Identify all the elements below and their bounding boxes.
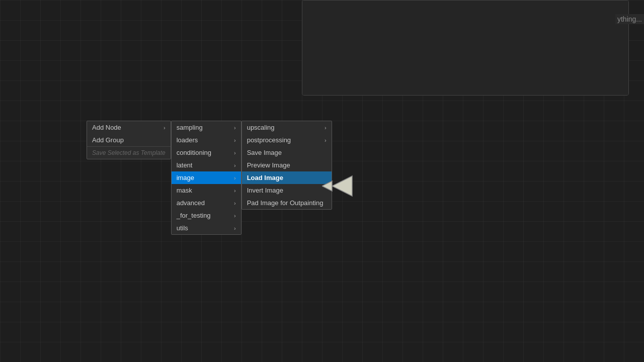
arrow-icon: › — [234, 225, 236, 231]
node-panel-inner — [302, 1, 628, 95]
menu-level3: upscaling › postprocessing › Save Image … — [242, 121, 332, 210]
menu-item-for-testing[interactable]: _for_testing › — [172, 209, 241, 222]
arrow-icon: › — [325, 137, 327, 143]
arrow-icon: › — [234, 125, 236, 131]
menu-item-invert-image[interactable]: Invert Image — [242, 184, 332, 197]
menu-item-image[interactable]: image › — [172, 171, 241, 184]
menu-item-upscaling[interactable]: upscaling › — [242, 121, 332, 134]
pointer-arrow — [322, 171, 352, 196]
menu-item-load-image[interactable]: Load Image — [242, 171, 332, 184]
menu-item-save-image[interactable]: Save Image — [242, 146, 332, 159]
arrow-icon: › — [234, 200, 236, 206]
menu-level1: Add Node › Add Group Save Selected as Te… — [87, 121, 171, 159]
menu-item-utils[interactable]: utils › — [172, 222, 241, 234]
menu-item-loaders[interactable]: loaders › — [172, 134, 241, 146]
arrow-icon: › — [234, 150, 236, 156]
arrow-icon: › — [234, 175, 236, 181]
menu-item-advanced[interactable]: advanced › — [172, 197, 241, 209]
arrow-icon: › — [234, 137, 236, 143]
svg-marker-1 — [322, 181, 332, 191]
partial-text: ything... — [615, 14, 644, 24]
arrow-icon: › — [164, 125, 166, 131]
menu-item-latent[interactable]: latent › — [172, 159, 241, 171]
menu-level2: sampling › loaders › conditioning › late… — [171, 121, 242, 235]
context-menu-container: Add Node › Add Group Save Selected as Te… — [87, 121, 332, 235]
arrow-icon: › — [234, 162, 236, 168]
menu-item-conditioning[interactable]: conditioning › — [172, 146, 241, 159]
menu-item-add-group[interactable]: Add Group — [87, 134, 171, 146]
menu-save-template[interactable]: Save Selected as Template — [87, 147, 171, 159]
node-panel — [302, 0, 629, 96]
menu-item-sampling[interactable]: sampling › — [172, 121, 241, 134]
arrow-icon: › — [234, 213, 236, 219]
menu-item-pad-image[interactable]: Pad Image for Outpainting — [242, 197, 332, 209]
menu-item-add-node[interactable]: Add Node › — [87, 121, 171, 134]
menu-item-preview-image[interactable]: Preview Image — [242, 159, 332, 171]
menu-item-postprocessing[interactable]: postprocessing › — [242, 134, 332, 146]
arrow-icon: › — [234, 188, 236, 194]
arrow-icon: › — [325, 125, 327, 131]
menu-item-mask[interactable]: mask › — [172, 184, 241, 197]
svg-marker-0 — [332, 176, 352, 196]
